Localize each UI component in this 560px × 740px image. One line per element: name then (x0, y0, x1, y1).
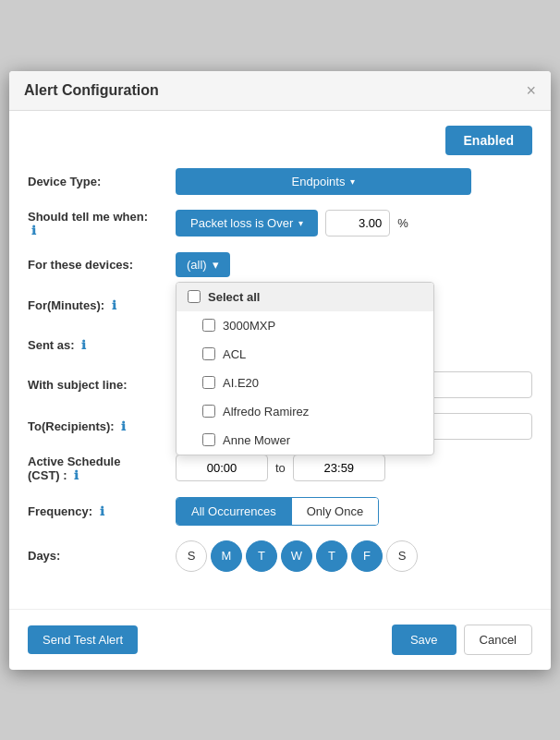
footer-right: Save Cancel (392, 625, 532, 655)
checkbox-3000mxp[interactable] (202, 319, 215, 332)
frequency-info-icon: ℹ (100, 504, 104, 518)
label-3000mxp: 3000MXP (223, 319, 275, 333)
device-type-row: Device Type: Endpoints ▾ (28, 168, 532, 195)
recipients-label-wrap: To(Recipients): ℹ (28, 419, 176, 433)
schedule-from-input[interactable] (176, 455, 268, 481)
checkbox-acl[interactable] (202, 347, 215, 360)
devices-arrow: ▾ (213, 258, 219, 272)
schedule-to-input[interactable] (293, 455, 385, 481)
should-tell-row: Should tell me when: ℹ Packet loss is Ov… (28, 210, 532, 237)
schedule-time-group: to (176, 455, 385, 481)
checkbox-aie20[interactable] (202, 376, 215, 389)
dropdown-item-acl[interactable]: ACL (177, 340, 433, 369)
cancel-button[interactable]: Cancel (464, 625, 532, 655)
schedule-row: Active Schedule (CST) : ℹ to (28, 455, 532, 482)
should-tell-label: Should tell me when: ℹ (28, 210, 176, 237)
label-anne: Anne Mower (223, 433, 290, 447)
checkbox-alfredo[interactable] (202, 405, 215, 418)
days-label: Days: (28, 549, 176, 563)
label-aie20: AI.E20 (223, 376, 259, 390)
devices-dropdown-wrapper: (all) ▾ Select all 3000MXP ACL (176, 252, 230, 277)
checkbox-anne[interactable] (202, 433, 215, 446)
enabled-button[interactable]: Enabled (445, 126, 532, 155)
devices-dropdown-button[interactable]: (all) ▾ (176, 252, 230, 277)
day-sunday[interactable]: S (176, 540, 207, 572)
close-button[interactable]: × (526, 82, 536, 99)
packet-loss-label: Packet loss is Over (190, 216, 293, 230)
sent-as-label: Sent as: (28, 338, 75, 352)
dropdown-item-aie20[interactable]: AI.E20 (177, 369, 433, 397)
label-alfredo: Alfredo Ramirez (223, 405, 309, 419)
select-all-label: Select all (208, 290, 260, 304)
select-all-item[interactable]: Select all (177, 283, 433, 311)
send-test-alert-button[interactable]: Send Test Alert (28, 625, 138, 654)
devices-value: (all) (187, 258, 207, 272)
modal-footer: Send Test Alert Save Cancel (9, 609, 551, 670)
subject-label: With subject line: (28, 378, 176, 392)
day-thursday[interactable]: T (316, 540, 347, 572)
packet-loss-arrow: ▾ (298, 218, 303, 228)
frequency-label-wrap: Frequency: ℹ (28, 504, 176, 518)
schedule-label-line1: Active Schedule (28, 455, 176, 468)
for-minutes-label-wrap: For(Minutes): ℹ (28, 298, 176, 312)
modal-title: Alert Configuration (24, 82, 159, 99)
day-tuesday[interactable]: T (246, 540, 277, 572)
to-label: to (275, 461, 286, 475)
days-group: S M T W T F S (176, 540, 418, 572)
for-minutes-label: For(Minutes): (28, 298, 104, 312)
should-tell-info-icon: ℹ (31, 224, 36, 237)
device-type-dropdown[interactable]: Endpoints ▾ (176, 168, 471, 195)
devices-row: For these devices: (all) ▾ Select all 30… (28, 252, 532, 277)
enabled-row: Enabled (28, 126, 532, 155)
recipients-info-icon: ℹ (121, 419, 126, 433)
modal-header: Alert Configuration × (9, 71, 551, 111)
recipients-label: To(Recipients): (28, 419, 115, 433)
for-minutes-info-icon: ℹ (112, 298, 116, 312)
sent-as-label-wrap: Sent as: ℹ (28, 338, 176, 352)
device-type-arrow: ▾ (350, 176, 355, 187)
dropdown-item-alfredo[interactable]: Alfredo Ramirez (177, 397, 433, 426)
day-friday[interactable]: F (351, 540, 383, 572)
alert-config-modal: Alert Configuration × Enabled Device Typ… (9, 71, 551, 670)
schedule-info-icon: ℹ (74, 468, 79, 482)
dropdown-item-anne[interactable]: Anne Mower (177, 426, 433, 455)
frequency-only-once-button[interactable]: Only Once (291, 498, 378, 525)
frequency-row: Frequency: ℹ All Occurrences Only Once (28, 497, 532, 526)
modal-body: Enabled Device Type: Endpoints ▾ Should … (9, 111, 551, 601)
schedule-label-wrap: Active Schedule (CST) : ℹ (28, 455, 176, 482)
percent-label: % (397, 216, 408, 230)
device-type-label: Device Type: (28, 175, 176, 188)
dropdown-item-3000mxp[interactable]: 3000MXP (177, 311, 433, 340)
save-button[interactable]: Save (392, 625, 457, 655)
select-all-checkbox[interactable] (188, 290, 201, 303)
day-wednesday[interactable]: W (281, 540, 312, 572)
device-type-value: Endpoints (292, 175, 346, 188)
day-monday[interactable]: M (211, 540, 242, 572)
packet-loss-controls: Packet loss is Over ▾ % (176, 210, 408, 237)
devices-label: For these devices: (28, 258, 176, 272)
devices-dropdown-menu: Select all 3000MXP ACL AI.E20 (176, 282, 434, 455)
sent-as-info-icon: ℹ (81, 338, 86, 352)
frequency-label: Frequency: (28, 504, 92, 518)
day-saturday[interactable]: S (386, 540, 418, 572)
days-row: Days: S M T W T F S (28, 540, 532, 572)
frequency-all-occurrences-button[interactable]: All Occurrences (177, 498, 291, 525)
schedule-label-line2: (CST) : ℹ (28, 468, 176, 482)
packet-loss-value-input[interactable] (325, 210, 390, 237)
frequency-button-group: All Occurrences Only Once (176, 497, 379, 526)
packet-loss-dropdown[interactable]: Packet loss is Over ▾ (176, 210, 318, 237)
label-acl: ACL (223, 347, 246, 361)
